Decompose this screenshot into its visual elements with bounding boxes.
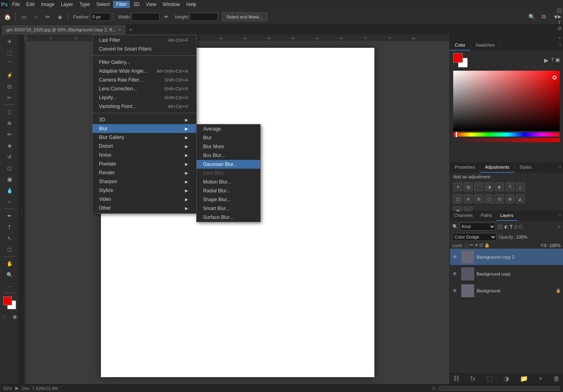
filter-shape-icon[interactable]: ◻ [514, 224, 518, 229]
tool-gradient[interactable]: ▣ [3, 174, 16, 184]
right-side-icon-2[interactable]: ▶ [558, 14, 561, 19]
adj-color-lookup[interactable]: ⬡ [485, 194, 493, 203]
tool-lasso[interactable]: ⌒ [3, 59, 16, 69]
filter-render[interactable]: Render ▶ [92, 168, 196, 177]
adj-photo-filter[interactable]: ⊕ [464, 194, 473, 203]
blur-motion-blur[interactable]: Motion Blur... [197, 178, 260, 186]
adj-brightness[interactable]: ☀ [453, 182, 462, 191]
menu-edit[interactable]: Edit [23, 1, 38, 8]
blur-smart-blur[interactable]: Smart Blur... [197, 204, 260, 213]
tab-close-button[interactable]: × [119, 28, 121, 32]
tool-crop[interactable]: ⊡ [3, 81, 16, 92]
tool-type[interactable]: T [3, 222, 16, 232]
foreground-color-swatch[interactable] [3, 296, 12, 305]
adj-channel-mixer[interactable]: ⊞ [474, 194, 483, 203]
filter-type-icon[interactable]: T [510, 224, 513, 230]
filter-gallery[interactable]: Filter Gallery... [92, 58, 196, 67]
layer-new-btn[interactable]: + [539, 375, 542, 382]
adj-threshold[interactable]: ◭ [516, 194, 525, 203]
select-mask-button[interactable]: Select and Mask... [222, 12, 267, 21]
tool-circle[interactable]: ○ [30, 11, 41, 22]
lock-all-btn[interactable]: 🔒 [484, 243, 490, 248]
tab-adjustments[interactable]: Adjustments [480, 163, 515, 173]
layer-item-bg[interactable]: 👁 Background 🔒 [450, 282, 563, 299]
filter-last-filter[interactable]: Last Filter Alt+Ctrl+F [92, 36, 196, 45]
arrange-button[interactable]: ⧉ [538, 11, 549, 22]
menu-3d[interactable]: 3D [130, 1, 142, 8]
swap-wh-button[interactable]: ⇄ [160, 11, 172, 22]
filter-noise[interactable]: Noise ▶ [92, 151, 196, 159]
filter-video[interactable]: Video ▶ [92, 195, 196, 204]
menu-file[interactable]: File [9, 1, 23, 8]
blur-box-blur[interactable]: Box Blur... [197, 151, 260, 160]
adj-posterize[interactable]: ⊠ [505, 194, 514, 203]
filter-blur[interactable]: Blur ▶ [92, 124, 196, 133]
menu-help[interactable]: Help [183, 1, 199, 8]
scrollbar-h[interactable] [439, 386, 560, 390]
tab-styles[interactable]: Styles [515, 163, 537, 173]
menu-view[interactable]: View [143, 1, 160, 8]
filter-adj-icon[interactable]: ◐ [504, 224, 508, 229]
filter-other[interactable]: Other ▶ [92, 204, 196, 212]
tool-move[interactable]: ✛ [3, 36, 16, 47]
tool-shape[interactable]: ⬡ [3, 244, 16, 255]
blur-blur-more[interactable]: Blur More [197, 142, 260, 151]
lock-position-btn[interactable]: ✛ [475, 243, 478, 248]
blur-blur[interactable]: Blur [197, 133, 260, 142]
timeline-btn[interactable]: ▷ [433, 386, 436, 391]
filter-pixelate[interactable]: Pixelate ▶ [92, 159, 196, 168]
tool-zoom[interactable]: 🔍 [3, 270, 16, 280]
right-side-icon-4[interactable]: ⊡ [558, 26, 561, 31]
blur-surface-blur[interactable]: Surface Blur... [197, 213, 260, 222]
tool-mask[interactable]: ⬚ [0, 312, 9, 321]
filter-lens-correction[interactable]: Lens Correction... Shift+Ctrl+R [92, 84, 196, 93]
lock-pixels-btn[interactable]: ✏ [470, 243, 473, 248]
adj-levels[interactable]: ▤ [464, 182, 473, 191]
height-input[interactable] [190, 13, 218, 21]
fill-value[interactable]: 100% [549, 243, 561, 248]
menu-filter[interactable]: Filter [113, 1, 130, 8]
layer-link-btn[interactable]: ⛓ [453, 375, 460, 382]
tool-pen[interactable]: ✒ [3, 210, 16, 221]
hue-bar[interactable] [453, 133, 560, 137]
tool-path-select[interactable]: ↖ [3, 233, 16, 243]
fg-color-chip[interactable] [453, 53, 463, 63]
hue-slider[interactable] [455, 132, 458, 137]
adj-invert[interactable]: ⊟ [495, 194, 504, 203]
home-button[interactable]: 🏠 [2, 11, 13, 22]
filter-blur-gallery[interactable]: Blur Gallery ▶ [92, 133, 196, 142]
menu-select[interactable]: Select [93, 1, 113, 8]
adj-black-white[interactable]: ◫ [453, 194, 462, 203]
tab-layers[interactable]: Layers [496, 211, 518, 221]
filter-vanishing-point[interactable]: Vanishing Point... Alt+Ctrl+V [92, 102, 196, 111]
tool-eraser[interactable]: ◻ [3, 163, 16, 173]
blur-shape-blur[interactable]: Shape Blur... [197, 195, 260, 204]
alpha-bar[interactable] [453, 138, 560, 142]
document-tab[interactable]: girl-3033718_1920.jpg @ 50% (Background … [2, 25, 126, 35]
adj-curves[interactable]: ⌒ [474, 182, 483, 191]
filter-sharpen[interactable]: Sharpen ▶ [92, 177, 196, 186]
filter-camera-raw[interactable]: Camera Raw Filter... Shift+Ctrl+A [92, 76, 196, 84]
filter-toggle-btn[interactable]: ○ [558, 224, 561, 229]
tab-properties[interactable]: Properties [450, 163, 480, 173]
right-panel-collapse-btn[interactable]: » [558, 36, 561, 40]
new-tab-button[interactable]: + [126, 25, 136, 35]
filter-3d[interactable]: 3D ▶ [92, 115, 196, 124]
blend-mode-select[interactable]: Color Dodge Normal Dissolve Multiply Scr… [452, 233, 497, 241]
menu-image[interactable]: Image [38, 1, 58, 8]
feather-input[interactable] [90, 13, 111, 21]
tab-channels[interactable]: Channels [450, 211, 477, 221]
layer-group-btn[interactable]: 📁 [520, 375, 528, 382]
blur-average[interactable]: Average [197, 125, 260, 133]
right-side-icon-1[interactable]: ⬛ [557, 8, 562, 13]
tool-brush[interactable]: ✏ [3, 129, 16, 139]
layer-mask-btn[interactable]: ⬚ [487, 375, 493, 382]
tab-color[interactable]: Color [450, 41, 471, 51]
blur-gaussian-blur[interactable]: Gaussian Blur... [197, 160, 260, 169]
color-panel-menu-btn[interactable]: ≡ [557, 41, 563, 51]
tool-blur[interactable]: 💧 [3, 185, 16, 196]
play-icon[interactable]: ▶ [544, 57, 549, 63]
search-button[interactable]: 🔍 [526, 11, 537, 22]
blur-radial-blur[interactable]: Radial Blur... [197, 186, 260, 195]
type-icon[interactable]: T [551, 57, 554, 63]
